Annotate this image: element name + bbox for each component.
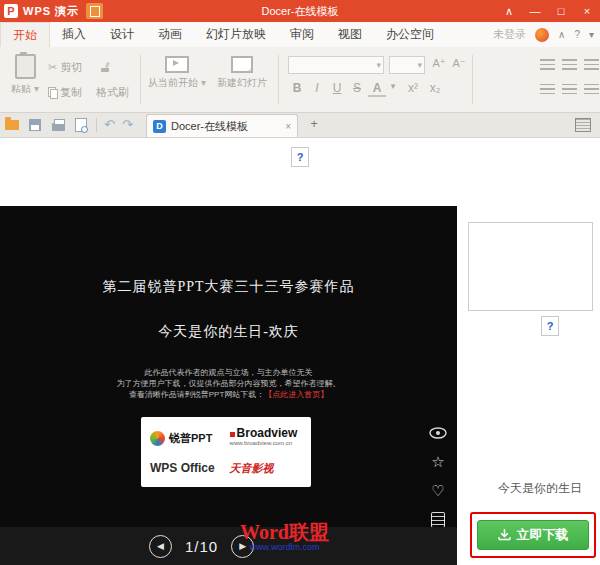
print-preview-button[interactable] <box>73 117 89 133</box>
account-icon[interactable] <box>535 28 549 42</box>
help-icon[interactable]: ? <box>574 29 580 40</box>
decrease-font-button[interactable]: A⁻ <box>450 57 468 70</box>
chevron-down-icon: ▾ <box>417 60 422 70</box>
previous-slide-button[interactable]: ◀ <box>149 535 172 558</box>
play-from-current-button[interactable]: 从当前开始 ▾ <box>148 54 206 90</box>
app-name: WPS 演示 <box>23 4 79 19</box>
printer-icon <box>52 123 65 131</box>
tab-home[interactable]: 开始 <box>0 22 50 47</box>
format-painter-label: 格式刷 <box>96 85 129 100</box>
download-now-button[interactable]: 立即下载 <box>477 520 589 550</box>
disclaimer-line3: 查看清晰作品请到锐普PPT网站下载：【点此进入首页】 <box>0 389 457 400</box>
disclaimer-line3-text: 查看清晰作品请到锐普PPT网站下载： <box>129 390 265 399</box>
paste-icon <box>15 54 36 79</box>
docer-icon: D <box>153 120 166 133</box>
like-heart-icon[interactable]: ♡ <box>429 482 447 500</box>
template-preview-area: 第二届锐普PPT大赛三十三号参赛作品 今天是你的生日-欢庆 此作品代表作者的观点… <box>0 206 457 565</box>
new-slide-icon <box>231 56 253 73</box>
tab-workspace[interactable]: 办公空间 <box>374 22 446 47</box>
tab-design[interactable]: 设计 <box>98 22 146 47</box>
tab-review[interactable]: 审阅 <box>278 22 326 47</box>
align-right-icon[interactable] <box>584 59 599 70</box>
toolbar-separator <box>96 118 97 132</box>
tab-insert[interactable]: 插入 <box>50 22 98 47</box>
align-left-icon[interactable] <box>540 59 555 70</box>
document-tab-docer[interactable]: D Docer-在线模板 × <box>146 114 298 137</box>
bullet-list-icon[interactable] <box>540 84 555 95</box>
task-pane-icon[interactable] <box>575 118 591 132</box>
watermark-title: Word联盟 <box>240 522 329 543</box>
tab-close-icon[interactable]: × <box>285 121 291 132</box>
new-tab-button[interactable]: + <box>306 116 322 132</box>
cut-button[interactable]: ✂ 剪切 <box>48 60 82 75</box>
quick-access-icons: ↶ ↷ <box>4 113 133 136</box>
superscript-button[interactable]: x² <box>404 81 422 95</box>
save-button[interactable] <box>27 117 43 133</box>
copy-button[interactable]: 复制 <box>48 85 82 100</box>
chevron-down-icon: ▾ <box>34 83 39 94</box>
template-title: 今天是你的生日 <box>498 480 582 497</box>
open-folder-button[interactable] <box>4 117 20 133</box>
numbered-list-icon[interactable] <box>562 84 577 95</box>
tab-slideshow[interactable]: 幻灯片放映 <box>194 22 278 47</box>
slide-disclaimer: 此作品代表作者的观点与立场，与主办单位无关 为了方便用户下载，仅提供作品部分内容… <box>0 367 457 400</box>
homepage-link[interactable]: 【点此进入首页】 <box>264 390 328 399</box>
new-slide-button[interactable]: 新建幻灯片 <box>212 54 272 90</box>
format-painter-button[interactable]: 格式刷 <box>96 85 129 100</box>
undo-button[interactable]: ↶ <box>104 117 115 132</box>
broken-image-icon: ? <box>541 316 559 336</box>
increase-font-button[interactable]: A⁺ <box>430 57 448 70</box>
favorite-star-icon[interactable]: ☆ <box>429 453 447 471</box>
broadview-logo: Broadview www.broadview.com.cn <box>230 428 302 448</box>
strikethrough-button[interactable]: S <box>348 81 366 95</box>
scissors-icon: ✂ <box>48 61 57 74</box>
tab-view[interactable]: 视图 <box>326 22 374 47</box>
ribbon-separator <box>472 55 473 104</box>
document-switch-button[interactable] <box>86 3 103 19</box>
wps-presentation-window: P WPS 演示 Docer-在线模板 ∧ — □ × 开始 插入 设计 动画 … <box>0 0 600 565</box>
save-icon <box>29 119 41 131</box>
login-status[interactable]: 未登录 <box>493 27 526 42</box>
download-label: 立即下载 <box>517 526 569 544</box>
minimize-button[interactable]: — <box>522 0 548 22</box>
chevron-down-icon[interactable]: ▾ <box>589 29 594 40</box>
slide-title-line2: 今天是你的生日-欢庆 <box>0 323 457 341</box>
download-icon <box>498 529 511 542</box>
tab-animation[interactable]: 动画 <box>146 22 194 47</box>
quick-access-bar: ↶ ↷ D Docer-在线模板 × + <box>0 113 600 138</box>
chevron-down-icon: ▾ <box>376 60 381 70</box>
close-button[interactable]: × <box>574 0 600 22</box>
ribbon-separator <box>140 55 141 104</box>
print-button[interactable] <box>50 117 66 133</box>
alignment-group-top <box>540 59 599 70</box>
font-size-select[interactable]: ▾ <box>389 56 425 74</box>
italic-button[interactable]: I <box>308 81 326 95</box>
chevron-down-icon[interactable]: ▾ <box>384 81 402 91</box>
line-spacing-icon[interactable] <box>584 84 599 95</box>
views-eye-icon[interactable] <box>429 424 447 442</box>
watermark-url: www.wordlm.com <box>240 543 329 552</box>
disclaimer-line1: 此作品代表作者的观点与立场，与主办单位无关 <box>0 367 457 378</box>
play-slideshow-icon <box>165 56 189 73</box>
bold-button[interactable]: B <box>288 81 306 95</box>
ribbon-tab-bar: 开始 插入 设计 动画 幻灯片放映 审阅 视图 办公空间 未登录 ∧ ? ▾ <box>0 22 600 47</box>
maximize-button[interactable]: □ <box>548 0 574 22</box>
collapse-ribbon-button[interactable]: ∧ <box>496 0 522 22</box>
note-icon <box>431 512 445 528</box>
broken-image-icon: ? <box>291 147 309 167</box>
new-slide-label: 新建幻灯片 <box>217 77 267 88</box>
redo-button[interactable]: ↷ <box>122 117 133 132</box>
ruipu-logo-icon <box>150 431 165 446</box>
align-center-icon[interactable] <box>562 59 577 70</box>
watermark: Word联盟 www.wordlm.com <box>240 522 329 552</box>
collapse-ribbon-icon[interactable]: ∧ <box>558 29 565 40</box>
title-bar: P WPS 演示 Docer-在线模板 ∧ — □ × <box>0 0 600 22</box>
format-painter-button-icon-area[interactable] <box>100 62 111 73</box>
underline-button[interactable]: U <box>328 81 346 95</box>
paste-button[interactable]: 粘贴 ▾ <box>6 54 44 96</box>
sponsor-logo-box: 锐普PPT Broadview www.broadview.com.cn WPS… <box>141 417 311 487</box>
folder-icon <box>5 120 19 130</box>
copy-label: 复制 <box>60 85 82 100</box>
subscript-button[interactable]: x₂ <box>426 81 444 95</box>
font-family-select[interactable]: ▾ <box>288 56 384 74</box>
